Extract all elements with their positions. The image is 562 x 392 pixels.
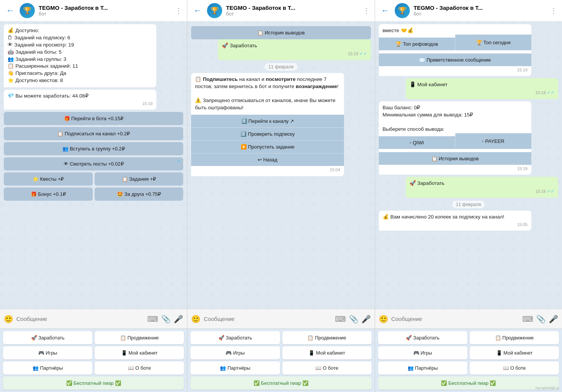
inline-button-row: ◦ QIWI◦ PAYEER <box>379 133 531 149</box>
time-label: 15:19 <box>517 67 528 73</box>
date-label: 11 февраля <box>452 201 485 208</box>
keyboard-button[interactable]: 🚀 Заработать <box>3 331 92 344</box>
watermark-label: my-wmmail.ru <box>536 386 559 390</box>
keyboard-button[interactable]: 📋 Продвижение <box>470 331 559 344</box>
message-input[interactable] <box>391 316 519 322</box>
bot-button[interactable]: 📋 Задания +₽ <box>95 172 184 186</box>
keyboard-button[interactable]: 🎮 Игры <box>3 346 92 359</box>
keyboard-button[interactable]: 👥 Партнёры <box>3 361 92 375</box>
message-time: 15:04 <box>195 167 340 173</box>
keyboard-row-1: 🚀 Заработать📋 Продвижение <box>378 331 559 344</box>
time-label: 15:19 <box>142 101 153 107</box>
keyboard-button[interactable]: 📖 О боте <box>95 361 184 375</box>
header-subtitle: бот <box>39 11 171 17</box>
keyboard-button[interactable]: 📋 Продвижение <box>95 331 184 344</box>
inline-button[interactable]: ◦ QIWI <box>379 136 455 149</box>
message-text: 💰 Доступно:🗒 Заданий на подписку: 6👁 Зад… <box>8 27 153 84</box>
attach-icon[interactable]: 📎 <box>349 315 358 324</box>
message-received: Ваш баланс: 0₽Минимальная сумма для выво… <box>379 101 531 175</box>
panel-1: ← 🏆 TEGMO - Заработок в Т... бот ⋮ 💰 Дос… <box>0 0 187 392</box>
header-menu-button[interactable]: ⋮ <box>550 6 557 15</box>
message-time: 15:19✓✓ <box>409 90 554 96</box>
back-button[interactable]: ← <box>192 4 203 17</box>
message-input[interactable] <box>204 316 332 322</box>
inline-button[interactable]: ✉️ Приветственное сообщение <box>379 53 531 66</box>
inline-button[interactable]: 🏆 Топ сегодня <box>455 34 531 50</box>
chat-body: 📋 История выводов🚀 Заработать15:19✓✓11 ф… <box>187 21 374 309</box>
header-menu-button[interactable]: ⋮ <box>175 6 182 15</box>
keyboard-icon[interactable]: ⌨ <box>335 315 346 324</box>
keyboard-row-2: 🎮 Игры📱 Мой кабинет <box>3 346 184 359</box>
keyboard-row-4: ✅ Бесплатный пиар ✅ <box>190 377 371 390</box>
chat-input-area: 🙂 ⌨ 📎 🎤 <box>0 309 187 328</box>
header-title: TEGMO - Заработок в Т... <box>226 5 358 11</box>
mic-icon[interactable]: 🎤 <box>549 315 558 324</box>
bot-button[interactable]: 👥 Вступить в группу +0.2₽ <box>4 142 183 155</box>
bot-avatar: 🏆 <box>395 3 410 18</box>
message-received: 📋 Подпишитесь на канал и посмотрите посл… <box>191 73 344 176</box>
keyboard-area: 🚀 Заработать📋 Продвижение🎮 Игры📱 Мой каб… <box>0 328 187 392</box>
time-label: 15:19 <box>517 166 528 172</box>
keyboard-button[interactable]: 🎮 Игры <box>190 346 280 359</box>
keyboard-row-1: 🚀 Заработать📋 Продвижение <box>3 331 184 344</box>
time-label: 15:19 <box>535 90 546 96</box>
bot-button[interactable]: 📋 История выводов <box>191 26 371 39</box>
attach-icon[interactable]: 📎 <box>536 315 546 324</box>
message-text: 🚀 Заработать <box>222 42 367 50</box>
bot-button[interactable]: 👁 Смотреть посты +0.02₽↗ <box>4 157 183 170</box>
keyboard-button[interactable]: 🎮 Игры <box>378 346 467 359</box>
keyboard-icon[interactable]: ⌨ <box>147 315 158 324</box>
emoji-button[interactable]: 🙂 <box>379 315 388 324</box>
message-input[interactable] <box>16 316 144 322</box>
bot-button[interactable]: ⭐ Квесты +₽ <box>4 172 93 186</box>
keyboard-icon[interactable]: ⌨ <box>522 315 533 324</box>
keyboard-button[interactable]: 👥 Партнёры <box>378 361 467 375</box>
emoji-button[interactable]: 🙂 <box>191 315 201 324</box>
keyboard-button[interactable]: ✅ Бесплатный пиар ✅ <box>3 377 184 390</box>
keyboard-button[interactable]: 👥 Партнёры <box>190 361 280 375</box>
attach-icon[interactable]: 📎 <box>161 315 171 324</box>
inline-button[interactable]: 2️⃣ Проверить подписку <box>191 127 344 140</box>
message-sent: 🚀 Заработать15:19✓✓ <box>406 177 558 198</box>
keyboard-button[interactable]: 📱 Мой кабинет <box>95 346 184 359</box>
keyboard-button[interactable]: ✅ Бесплатный пиар ✅ <box>378 377 559 390</box>
keyboard-button[interactable]: 📖 О боте <box>282 361 372 375</box>
bot-button[interactable]: 🤩 За друга +0.75₽ <box>95 187 184 201</box>
message-sent: 🚀 Заработать15:19✓✓ <box>218 39 371 60</box>
bot-button[interactable]: 🎁 Перейти в бота +0.15₽ <box>4 112 183 125</box>
inline-button[interactable]: ▶️ Пропустить задание <box>191 140 344 153</box>
header-menu-button[interactable]: ⋮ <box>363 6 370 15</box>
inline-button[interactable]: ◦ PAYEER <box>455 133 531 149</box>
keyboard-row-3: 👥 Партнёры📖 О боте <box>3 361 184 375</box>
keyboard-button[interactable]: 📱 Мой кабинет <box>470 346 559 359</box>
keyboard-button[interactable]: 🚀 Заработать <box>190 331 280 344</box>
bot-button-row: ⭐ Квесты +₽📋 Задания +₽ <box>4 172 183 186</box>
keyboard-button[interactable]: 📋 Продвижение <box>282 331 372 344</box>
mic-icon[interactable]: 🎤 <box>361 315 371 324</box>
header-info: TEGMO - Заработок в Т... бот <box>226 5 358 17</box>
message-time: 15:19 <box>383 67 528 73</box>
header-title: TEGMO - Заработок в Т... <box>414 5 546 11</box>
back-button[interactable]: ← <box>5 4 16 17</box>
inline-button[interactable]: 1️⃣ Перейти к каналу ↗ <box>191 115 344 127</box>
keyboard-button[interactable]: 📖 О боте <box>470 361 559 375</box>
keyboard-button[interactable]: 📱 Мой кабинет <box>282 346 372 359</box>
bot-button[interactable]: 📋 Подписаться на канал +0.2₽ <box>4 127 183 140</box>
message-time: 15:05 <box>383 222 528 228</box>
bot-button[interactable]: 🎁 Бонус +0.1₽ <box>4 187 93 201</box>
inline-button[interactable]: 🏆 Топ рефоводов <box>379 37 455 50</box>
emoji-button[interactable]: 🙂 <box>4 315 13 324</box>
keyboard-row-4: ✅ Бесплатный пиар ✅ <box>3 377 184 390</box>
time-label: 15:05 <box>517 222 528 228</box>
header-subtitle: бот <box>226 11 358 17</box>
inline-button[interactable]: ↩ Назад <box>191 153 344 166</box>
inline-button[interactable]: 📋 История выводов <box>379 152 531 165</box>
message-text: Ваш баланс: 0₽Минимальная сумма для выво… <box>383 104 528 133</box>
time-label: 15:04 <box>330 167 340 173</box>
mic-icon[interactable]: 🎤 <box>174 315 183 324</box>
header-subtitle: бот <box>414 11 546 17</box>
arrow-icon: ↗ <box>176 159 180 164</box>
keyboard-button[interactable]: 🚀 Заработать <box>378 331 467 344</box>
keyboard-button[interactable]: ✅ Бесплатный пиар ✅ <box>190 377 371 390</box>
back-button[interactable]: ← <box>380 4 391 17</box>
